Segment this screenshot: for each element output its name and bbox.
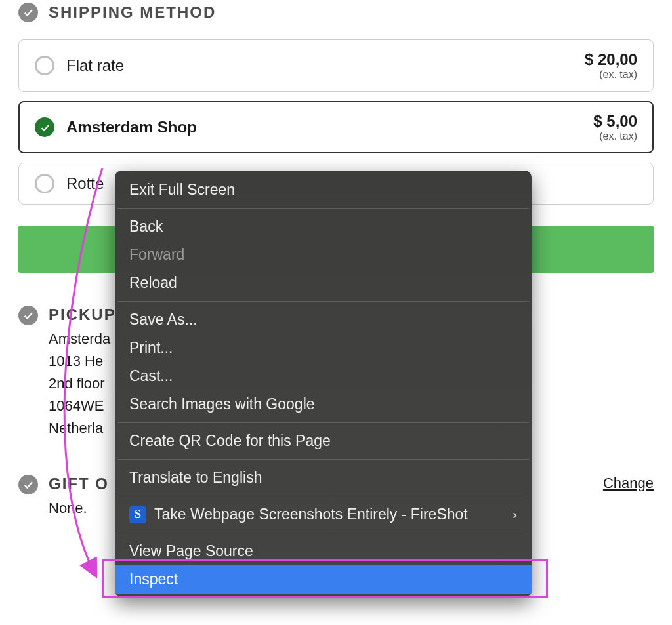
option-label: Amsterdam Shop: [66, 118, 581, 136]
menu-search-images[interactable]: Search Images with Google: [115, 390, 532, 418]
radio-checked-icon: [35, 117, 54, 137]
menu-separator: [117, 459, 529, 460]
fireshot-icon: S: [129, 506, 146, 523]
menu-create-qr[interactable]: Create QR Code for this Page: [115, 427, 532, 455]
menu-reload[interactable]: Reload: [115, 269, 532, 297]
menu-translate[interactable]: Translate to English: [115, 464, 532, 492]
extax: (ex. tax): [585, 69, 637, 81]
check-circle-icon: [18, 306, 38, 325]
menu-view-source[interactable]: View Page Source: [115, 537, 532, 565]
context-menu: Exit Full Screen Back Forward Reload Sav…: [115, 171, 532, 597]
menu-back[interactable]: Back: [115, 212, 532, 241]
check-circle-icon: [18, 3, 38, 22]
menu-cast[interactable]: Cast...: [115, 362, 532, 390]
menu-separator: [117, 301, 529, 302]
price-block: $ 5,00 (ex. tax): [593, 112, 637, 142]
price: $ 20,00: [585, 50, 637, 69]
section-title-shipping: SHIPPING METHOD: [49, 3, 216, 22]
menu-fireshot-label: Take Webpage Screenshots Entirely - Fire…: [154, 503, 468, 526]
radio-unchecked-icon: [35, 174, 54, 193]
shipping-option-flat-rate[interactable]: Flat rate $ 20,00 (ex. tax): [18, 39, 654, 92]
extax: (ex. tax): [593, 131, 637, 142]
menu-forward: Forward: [115, 241, 532, 269]
shipping-method-header: SHIPPING METHOD: [18, 3, 654, 22]
price: $ 5,00: [593, 112, 637, 131]
menu-exit-fullscreen[interactable]: Exit Full Screen: [115, 176, 532, 204]
radio-unchecked-icon: [35, 56, 54, 75]
menu-print[interactable]: Print...: [115, 334, 532, 362]
check-circle-icon: [18, 475, 38, 494]
menu-fireshot[interactable]: S Take Webpage Screenshots Entirely - Fi…: [115, 500, 532, 529]
menu-save-as[interactable]: Save As...: [115, 306, 532, 334]
menu-separator: [117, 533, 529, 533]
menu-separator: [117, 422, 529, 423]
shipping-option-amsterdam[interactable]: Amsterdam Shop $ 5,00 (ex. tax): [18, 101, 654, 153]
menu-inspect[interactable]: Inspect: [115, 565, 532, 594]
gift-change-link[interactable]: Change: [603, 475, 654, 492]
chevron-right-icon: ›: [513, 503, 517, 526]
price-block: $ 20,00 (ex. tax): [585, 50, 637, 81]
menu-separator: [117, 208, 529, 209]
menu-separator: [117, 496, 529, 496]
option-label: Flat rate: [66, 56, 573, 75]
